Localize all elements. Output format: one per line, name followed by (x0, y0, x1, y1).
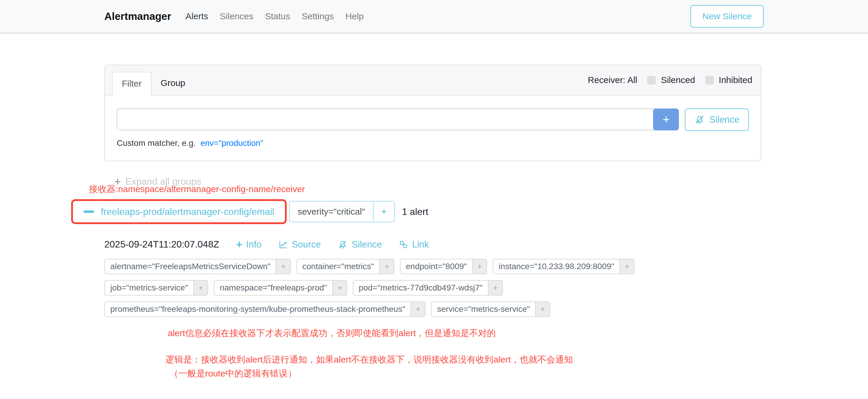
silence-filter-button[interactable]: Silence (685, 109, 749, 131)
silence-alert-label: Silence (351, 239, 382, 250)
nav-item-status[interactable]: Status (265, 11, 290, 21)
filter-card-header: Filter Group Receiver: All Silenced Inhi… (105, 65, 761, 95)
inhibited-checkbox[interactable] (705, 76, 714, 85)
label-pill-add-button[interactable]: + (332, 281, 346, 295)
group-matcher-add-button[interactable]: + (373, 202, 394, 222)
filter-card: Filter Group Receiver: All Silenced Inhi… (104, 65, 761, 161)
label-pill-text: job="metrics-service" (105, 281, 193, 295)
matcher-example-link[interactable]: env="production" (200, 139, 263, 148)
info-label: Info (246, 239, 261, 250)
navbar: Alertmanager Alerts Silences Status Sett… (0, 0, 868, 33)
nav-links: Alerts Silences Status Settings Help (186, 11, 364, 21)
matcher-input-group: + (117, 109, 679, 131)
tab-filter[interactable]: Filter (112, 72, 152, 95)
plus-icon: + (236, 239, 242, 250)
alert-group-header: freeleaps-prod/alertmanager-config/email… (71, 199, 428, 224)
label-pill-text: prometheus="freeleaps-monitoring-system/… (105, 302, 410, 316)
matcher-input[interactable] (117, 109, 656, 130)
link-button[interactable]: Link (399, 239, 429, 250)
annotation-logic-note: 逻辑是：接收器收到alert后进行通知，如果alert不在接收器下，说明接收器没… (165, 354, 573, 366)
silence-filter-label: Silence (709, 115, 739, 125)
nav-item-silences[interactable]: Silences (220, 11, 253, 21)
label-pill-add-button[interactable]: + (535, 302, 549, 316)
bell-slash-icon (338, 240, 348, 250)
info-button[interactable]: + Info (236, 239, 261, 250)
label-pill-text: container="metrics" (297, 259, 379, 274)
label-pill-text: service="metrics-service" (432, 302, 535, 316)
label-pill-add-button[interactable]: + (276, 259, 290, 274)
label-pill-text: pod="metrics-77d9cdb497-wdsj7" (353, 281, 488, 295)
silenced-checkbox-group[interactable]: Silenced (647, 75, 695, 85)
label-pill: job="metrics-service" + (104, 280, 208, 296)
source-label: Source (292, 239, 321, 250)
source-link[interactable]: Source (278, 239, 321, 250)
label-pill: pod="metrics-77d9cdb497-wdsj7" + (353, 280, 503, 296)
annotation-route-note: （一般是route中的逻辑有错误） (169, 368, 297, 380)
alert-count: 1 alert (402, 206, 428, 217)
tab-group[interactable]: Group (152, 72, 194, 95)
minus-icon (84, 211, 94, 213)
nav-item-settings[interactable]: Settings (302, 11, 334, 21)
receiver-group-button[interactable]: freeleaps-prod/alertmanager-config/email (71, 199, 287, 224)
label-pill-add-button[interactable]: + (379, 259, 393, 274)
label-pill-add-button[interactable]: + (620, 259, 634, 274)
bell-slash-icon (694, 115, 705, 125)
label-pill-add-button[interactable]: + (472, 259, 487, 274)
nav-item-alerts[interactable]: Alerts (186, 11, 208, 21)
label-pill: namespace="freeleaps-prod" + (214, 280, 347, 296)
label-pill: endpoint="8009" + (400, 259, 487, 274)
label-pill-add-button[interactable]: + (410, 302, 425, 316)
filter-tabs: Filter Group (112, 72, 194, 95)
label-pill-text: namespace="freeleaps-prod" (214, 281, 332, 295)
silenced-checkbox-label: Silenced (661, 75, 695, 85)
label-row: prometheus="freeleaps-monitoring-system/… (104, 302, 766, 317)
link-label: Link (412, 239, 429, 250)
chart-icon (278, 240, 288, 249)
label-pill: instance="10.233.98.209:8009" + (493, 259, 634, 274)
group-matcher-chip: severity="critical" + (289, 201, 395, 222)
alert-actions-row: 2025-09-24T11:20:07.048Z + Info Source S… (104, 239, 766, 250)
new-silence-button[interactable]: New Silence (690, 5, 764, 28)
nav-item-help[interactable]: Help (345, 11, 364, 21)
receiver-filter-label[interactable]: Receiver: All (588, 75, 638, 85)
filter-header-controls: Receiver: All Silenced Inhibited (588, 65, 752, 95)
link-icon (399, 240, 408, 249)
label-pill: container="metrics" + (297, 259, 394, 274)
matcher-hint: Custom matcher, e.g. env="production" (117, 139, 749, 148)
silenced-checkbox[interactable] (647, 76, 656, 85)
label-pill-text: endpoint="8009" (401, 259, 472, 274)
receiver-group-label: freeleaps-prod/alertmanager-config/email (101, 206, 274, 217)
annotation-config-note: alert信息必须在接收器下才表示配置成功，否则即使能看到alert，但是通知是… (168, 327, 496, 339)
label-row: alertname="FreeleapsMetricsServiceDown" … (104, 259, 766, 274)
label-pill-text: alertname="FreeleapsMetricsServiceDown" (105, 259, 276, 274)
inhibited-checkbox-label: Inhibited (719, 75, 752, 85)
alert-timestamp: 2025-09-24T11:20:07.048Z (104, 239, 219, 250)
filter-card-body: + Silence Custom matcher, e.g. env="prod… (105, 95, 761, 161)
group-matcher-label: severity="critical" (290, 202, 373, 222)
label-pill: prometheus="freeleaps-monitoring-system/… (104, 302, 425, 317)
label-pill: service="metrics-service" + (431, 302, 550, 317)
annotation-receiver-note: 接收器:namespace/altermanager-config-name/r… (89, 183, 305, 195)
label-pill-add-button[interactable]: + (193, 281, 208, 295)
silence-alert-button[interactable]: Silence (338, 239, 382, 250)
label-row: job="metrics-service" + namespace="freel… (104, 280, 766, 296)
label-pill: alertname="FreeleapsMetricsServiceDown" … (104, 259, 291, 274)
add-matcher-button[interactable]: + (653, 109, 679, 130)
matcher-hint-text: Custom matcher, e.g. (117, 139, 196, 148)
label-pill-add-button[interactable]: + (488, 281, 502, 295)
alert-detail: 2025-09-24T11:20:07.048Z + Info Source S… (104, 239, 766, 317)
inhibited-checkbox-group[interactable]: Inhibited (705, 75, 752, 85)
label-pill-text: instance="10.233.98.209:8009" (493, 259, 620, 274)
app-brand[interactable]: Alertmanager (104, 10, 172, 22)
